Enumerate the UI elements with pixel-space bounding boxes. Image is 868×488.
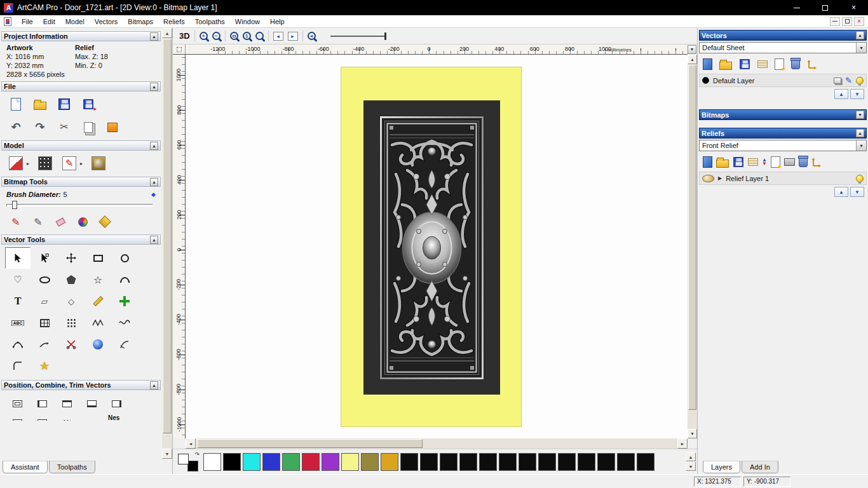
smooth-relief-icon[interactable]: ✎ [61,155,78,172]
flood-fill-icon[interactable] [97,214,113,230]
tab-assistant[interactable]: Assistant [3,461,48,473]
node-editing-tool[interactable] [32,247,57,269]
delete-relief-layer-icon[interactable] [799,157,808,167]
slider-track[interactable] [6,204,153,207]
scrollbar-thumb[interactable] [197,439,423,448]
palette-swatch[interactable] [499,453,517,471]
menu-item[interactable]: Reliefs [158,17,190,27]
previous-bitmap-layer-button[interactable]: ◂ [273,32,283,41]
edit-layer-icon[interactable]: ✎ [845,76,852,85]
palette-swatch[interactable] [400,453,418,471]
palette-swatch[interactable] [617,453,635,471]
redo-icon[interactable]: ↷ [32,119,48,135]
expand-button[interactable]: ▼ [856,111,864,119]
zoom-objects-button[interactable]: · [255,32,264,40]
layer-name[interactable]: Default Layer [713,77,754,85]
scatter-copy-icon[interactable]: ∴ [83,414,100,421]
tab-add-in[interactable]: Add In [742,461,778,473]
collapse-button[interactable]: ▲ [150,236,158,244]
fade-slider-track[interactable] [330,36,384,37]
paint-brush-icon[interactable]: ✎ [8,214,24,230]
wrap-vectors-tool[interactable]: ▱ [32,290,57,312]
collapse-button[interactable]: ▲ [150,381,158,390]
new-relief-layer-icon[interactable] [771,156,780,168]
draw-pencil-icon[interactable]: ✎ [30,214,46,230]
ruler-options-button[interactable]: ▼ [688,45,696,54]
palette-swatch[interactable] [203,453,221,471]
curve-fit-tool[interactable] [112,312,137,334]
palette-swatch[interactable] [440,453,458,471]
block-paste-tool[interactable] [112,290,137,312]
eraser-icon[interactable] [52,214,69,230]
zoom-out-button[interactable]: − [212,32,220,40]
relief-stack-icon[interactable] [748,158,758,166]
next-bitmap-layer-button[interactable]: ▸ [288,32,298,41]
collapse-button[interactable]: ▲ [150,178,158,186]
dropdown-arrow-icon[interactable]: ▼ [856,43,866,53]
palette-swatch[interactable] [479,453,497,471]
collapse-button[interactable]: ▲ [150,83,158,91]
swap-colours-icon[interactable]: ↷ [194,451,200,458]
transform-vectors-tool[interactable] [58,247,84,269]
delete-vector-layer-icon[interactable] [791,59,800,69]
scroll-down-button[interactable]: ▼ [688,429,697,438]
create-polygon-tool[interactable] [58,269,84,290]
set-model-size-icon[interactable] [8,155,24,172]
save-model-icon[interactable] [56,96,72,112]
minimize-button[interactable] [782,0,811,15]
palette-swatch[interactable] [341,453,359,471]
group-vectors-icon[interactable] [9,414,25,421]
greyscale-preview-icon[interactable] [90,155,107,172]
save-relief-icon[interactable] [733,157,743,166]
nest-tool-label[interactable]: Nes [108,414,119,421]
scroll-down-button[interactable]: ▼ [162,449,172,459]
create-arc-tool[interactable] [112,269,137,290]
layer-visibility-icon[interactable] [856,77,864,85]
palette-swatch[interactable] [262,453,280,471]
menu-item[interactable]: Model [60,17,90,27]
spin-relief-tool[interactable] [85,334,111,355]
scrollbar-thumb[interactable] [688,65,696,410]
create-polyline-tool[interactable]: ♡ [5,269,31,290]
text-on-curve-tool[interactable]: ABC [5,312,31,334]
palette-swatch[interactable] [322,453,339,471]
save-vectors-icon[interactable] [740,59,749,69]
import-vectors-icon[interactable] [703,58,712,70]
fade-slider-handle[interactable] [384,32,386,40]
menu-item[interactable]: Edit [38,17,60,27]
select-vectors-tool[interactable] [5,247,31,269]
assistant-scrollbar[interactable]: ▲ ▼ [162,28,172,459]
menu-item[interactable]: Help [265,17,290,27]
new-model-icon[interactable] [8,96,24,112]
restore-button[interactable] [811,0,839,15]
merge-layer-icon[interactable] [834,78,841,84]
scroll-up-button[interactable]: ▲ [162,28,172,38]
colour-palette-icon[interactable] [74,214,91,230]
import-relief-icon[interactable] [703,156,712,168]
transform-axes-icon[interactable] [807,60,817,69]
scroll-right-button[interactable]: ► [677,438,688,449]
export-model-icon[interactable]: ▸ [80,96,97,112]
palette-swatch[interactable] [243,453,261,471]
move-layer-up-button[interactable]: ▲ [834,187,848,197]
palette-swatch[interactable] [361,453,379,471]
collapse-button[interactable]: ▲ [150,32,158,41]
vertical-scrollbar[interactable]: ▲ ▼ [688,55,697,438]
array-copy-icon[interactable] [58,414,75,421]
palette-swatch[interactable] [282,453,300,471]
palette-swatch[interactable] [597,453,615,471]
scroll-up-button[interactable]: ▲ [688,55,697,64]
transform-axes-icon[interactable] [811,158,821,167]
create-ellipse-tool[interactable] [32,269,57,290]
relief-preview-icon[interactable] [784,158,795,166]
close-button[interactable]: × [839,0,868,15]
paste-icon[interactable] [104,119,121,135]
zoom-window-button[interactable] [230,32,238,40]
two-rail-sweep-tool[interactable] [112,334,137,355]
palette-swatch[interactable] [578,453,595,471]
canvas-viewport[interactable] [186,55,688,438]
transfer-relief-icon[interactable]: ▲▼ [762,158,767,166]
open-model-icon[interactable] [32,96,48,112]
menu-item[interactable]: File [17,17,38,27]
secondary-colour-swatch[interactable] [187,461,198,471]
